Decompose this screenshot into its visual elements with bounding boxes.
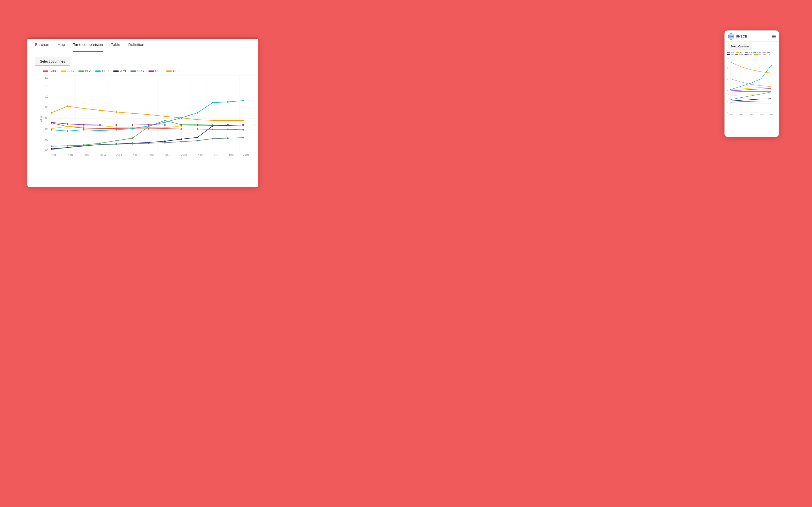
svg-point-78	[99, 130, 101, 131]
svg-point-112	[242, 137, 244, 138]
svg-point-110	[212, 138, 213, 139]
tab-barchart[interactable]: Barchart	[35, 39, 49, 52]
svg-text:2010: 2010	[228, 154, 234, 156]
svg-point-82	[164, 121, 166, 123]
mobile-legend-color-gbr	[727, 52, 730, 53]
svg-point-156	[760, 78, 762, 79]
legend-label-cub: CUB	[137, 69, 144, 73]
line-chart: 00 02 04 06 08 10 12 14 16 2000 2001 200…	[43, 75, 256, 162]
mobile-card: UNECE Select Countries GBR AFG BLV CHR J…	[724, 31, 779, 137]
svg-point-105	[132, 143, 133, 145]
svg-text:2010: 2010	[213, 154, 218, 156]
legend-item-afg: AFG	[61, 69, 74, 73]
mobile-select-countries-button[interactable]: Select Countries	[728, 44, 752, 49]
svg-text:2001: 2001	[729, 114, 733, 116]
svg-point-119	[148, 124, 149, 125]
legend-color-afg	[61, 70, 66, 72]
svg-point-76	[67, 130, 68, 132]
svg-point-48	[242, 129, 244, 130]
svg-point-125	[242, 124, 244, 126]
svg-point-47	[227, 128, 229, 130]
svg-point-24	[67, 105, 68, 107]
svg-text:2004: 2004	[760, 114, 764, 116]
svg-point-120	[164, 124, 166, 126]
svg-point-53	[115, 126, 117, 128]
mobile-legend-label-cpr: CPR	[748, 54, 752, 56]
svg-point-28	[132, 113, 133, 114]
mobile-legend-label-gbr: GBR	[730, 51, 734, 53]
legend-color-chr	[95, 70, 101, 72]
svg-point-80	[132, 128, 133, 129]
main-card: Barchart Map Time comparision Table Defi…	[28, 38, 258, 187]
mobile-legend-color-blv	[745, 52, 748, 53]
svg-point-115	[83, 124, 85, 125]
svg-point-153	[730, 89, 731, 90]
legend-label-gbr: GBR	[49, 69, 56, 73]
mobile-legend-label-ger: GER	[757, 54, 761, 56]
svg-text:14: 14	[45, 76, 48, 79]
hamburger-line-2	[772, 36, 776, 37]
svg-text:2003: 2003	[100, 154, 106, 156]
mobile-legend-color-cub	[735, 54, 739, 55]
svg-text:2010: 2010	[243, 154, 249, 156]
mobile-legend-ger: GER	[754, 54, 761, 56]
svg-point-38	[83, 127, 85, 129]
select-countries-button[interactable]: Select countries	[35, 57, 70, 66]
svg-text:2000: 2000	[52, 154, 57, 156]
tab-time-comparison[interactable]: Time comparision	[73, 39, 103, 52]
legend-color-blv	[79, 70, 84, 72]
tab-map[interactable]: Map	[58, 39, 65, 52]
svg-point-32	[197, 119, 198, 120]
legend-item-cub: CUB	[131, 69, 144, 73]
svg-point-34	[227, 120, 229, 121]
svg-point-77	[83, 129, 85, 130]
svg-point-46	[212, 128, 213, 130]
legend-item-ger: GER	[166, 69, 180, 73]
mobile-legend-color-jpn	[727, 54, 730, 55]
svg-point-30	[164, 116, 166, 117]
svg-point-121	[181, 124, 182, 126]
svg-text:00: 00	[45, 149, 48, 152]
mobile-legend-jor: JOR	[763, 51, 770, 53]
mobile-legend-color-jor	[763, 52, 766, 53]
hamburger-menu-icon[interactable]	[772, 35, 776, 38]
svg-text:2004: 2004	[116, 154, 122, 156]
svg-point-85	[212, 102, 213, 103]
svg-text:2007: 2007	[165, 154, 171, 156]
svg-point-50	[67, 126, 68, 127]
svg-point-35	[242, 120, 244, 121]
svg-point-116	[99, 124, 101, 126]
svg-point-86	[227, 101, 229, 103]
svg-point-83	[181, 117, 182, 119]
legend-color-gbr	[43, 70, 48, 72]
svg-text:10: 10	[45, 95, 48, 98]
svg-text:2005: 2005	[133, 154, 138, 156]
legend-label-blv: BLV	[85, 69, 91, 73]
legend-item-gbr: GBR	[43, 69, 56, 73]
svg-text:10: 10	[727, 58, 729, 59]
svg-text:6: 6	[727, 78, 728, 80]
mobile-legend-label-jor: JOR	[766, 51, 770, 53]
svg-point-124	[227, 124, 229, 126]
tab-table[interactable]: Table	[111, 39, 120, 52]
svg-point-100	[51, 146, 52, 147]
svg-rect-0	[43, 75, 256, 151]
svg-point-89	[67, 147, 68, 148]
svg-point-23	[51, 112, 52, 114]
svg-point-27	[115, 111, 117, 113]
legend-item-cpr: CPR	[148, 69, 162, 73]
mobile-chart-container: 0 2 4 6 8 10 2001 2002 2003 2004 2005	[725, 57, 779, 128]
mobile-legend-label-afg: AFG	[740, 51, 743, 53]
mobile-legend-kos: KOS	[763, 54, 770, 56]
svg-point-25	[83, 108, 85, 109]
svg-point-87	[242, 100, 244, 101]
svg-point-106	[148, 143, 149, 144]
legend-label-ger: GER	[173, 69, 180, 73]
svg-text:06: 06	[45, 117, 48, 120]
mobile-legend-color-afg	[736, 52, 739, 53]
mobile-legend-gbr: GBR	[727, 51, 734, 53]
svg-point-84	[197, 112, 198, 114]
svg-point-102	[83, 145, 85, 146]
tab-definition[interactable]: Definition	[129, 39, 144, 52]
svg-point-157	[771, 65, 772, 66]
